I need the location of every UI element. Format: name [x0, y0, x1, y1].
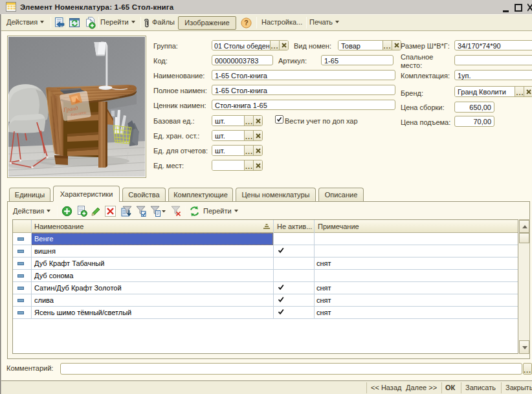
svg-text:?: ?	[244, 19, 248, 27]
